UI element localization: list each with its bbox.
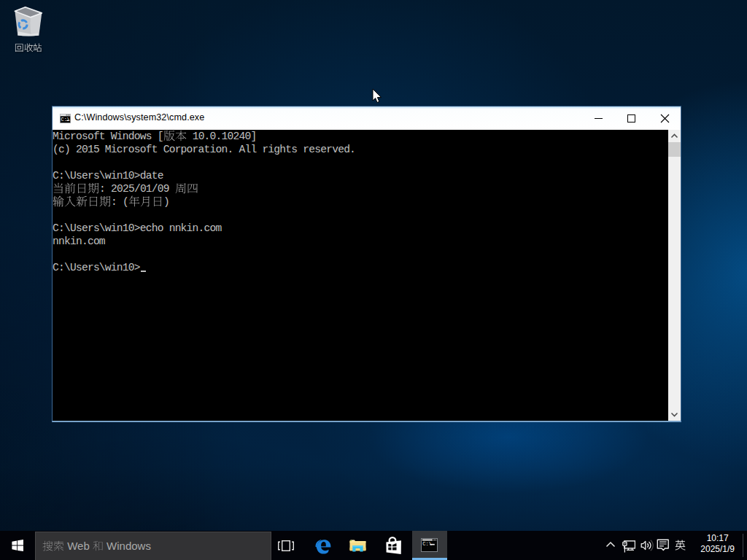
svg-text:C:\: C:\	[422, 541, 432, 547]
svg-text:C:\: C:\	[61, 117, 70, 122]
